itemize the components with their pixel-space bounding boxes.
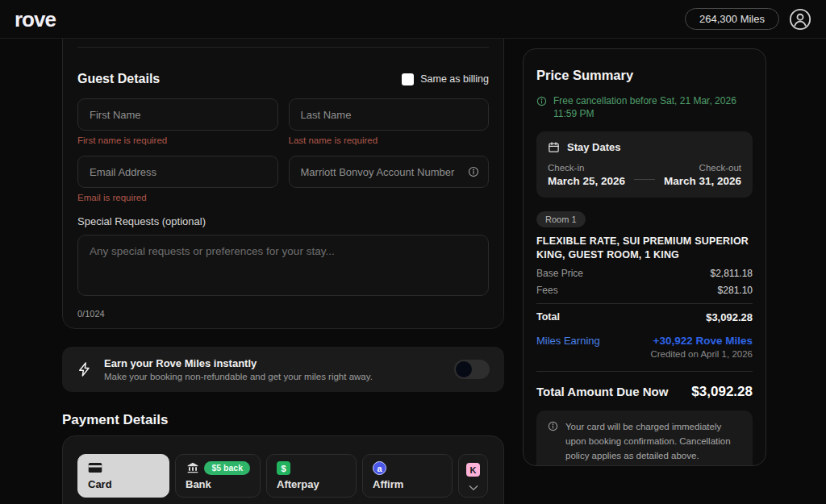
price-summary-panel: Price Summary Free cancellation before S… (523, 48, 766, 466)
miles-earning-label: Miles Earning (536, 335, 600, 347)
char-counter: 0/1024 (77, 309, 489, 319)
affirm-icon: a (373, 461, 386, 475)
fees-value: $281.10 (718, 285, 753, 296)
panel-divider (536, 371, 753, 372)
room-badge: Room 1 (536, 211, 586, 227)
payment-tab-label: Bank (186, 478, 250, 490)
checkout-page: rove 264,300 Miles Guest Details Same as… (0, 0, 826, 504)
last-name-input[interactable] (289, 98, 490, 131)
first-name-error: First name is required (77, 135, 278, 145)
profile-icon[interactable] (789, 8, 811, 31)
info-icon (536, 96, 547, 106)
instant-miles-subtitle: Make your booking non-refundable and get… (104, 372, 373, 381)
calendar-icon (548, 141, 560, 153)
instant-miles-toggle[interactable] (454, 360, 490, 379)
base-price-row: Base Price $2,811.18 (536, 268, 753, 279)
checkout-date: March 31, 2026 (664, 175, 741, 187)
stay-dates-title: Stay Dates (567, 141, 620, 153)
klarna-icon: K (466, 463, 480, 477)
payment-tab-label: Affirm (373, 478, 442, 490)
dates-dash (634, 179, 655, 180)
guest-details-card: Guest Details Same as billing First name… (62, 24, 504, 329)
base-price-value: $2,811.18 (711, 268, 753, 279)
credit-card-icon (88, 461, 102, 474)
room-total-row: Total $3,092.28 (536, 303, 753, 323)
room-name: FLEXIBLE RATE, SUI PREMIUM SUPERIOR KING… (536, 235, 753, 262)
base-price-label: Base Price (536, 268, 583, 279)
charge-notice-card: Your card will be charged immediately up… (536, 410, 753, 466)
instant-miles-title: Earn your Rove Miles instantly (104, 357, 373, 369)
special-requests-label: Special Requests (optional) (77, 215, 489, 227)
miles-balance-button[interactable]: 264,300 Miles (685, 8, 779, 30)
bank-icon (186, 461, 200, 474)
cashback-badge: $5 back (204, 461, 250, 475)
checkout-label: Check-out (664, 163, 741, 173)
chevron-down-icon (468, 481, 479, 489)
afterpay-icon: $ (277, 461, 290, 475)
toggle-knob (456, 361, 472, 377)
payment-method-tabs: Card $5 back Bank $ Afterpay a Affirm (77, 454, 489, 498)
first-name-input[interactable] (77, 98, 278, 131)
stay-dates-card: Stay Dates Check-in March 25, 2026 Check… (536, 131, 753, 198)
info-icon (548, 421, 558, 431)
fees-row: Fees $281.10 (536, 285, 753, 296)
rove-logo[interactable]: rove (15, 9, 56, 30)
checkin-label: Check-in (548, 163, 625, 173)
bonvoy-account-input[interactable] (289, 156, 490, 188)
payment-details-title: Payment Details (62, 412, 168, 428)
free-cancellation-text: Free cancellation before Sat, 21 Mar, 20… (553, 95, 753, 120)
guest-details-title: Guest Details (77, 72, 160, 86)
payment-card: Card $5 back Bank $ Afterpay a Affirm (62, 435, 504, 504)
miles-credit-note: Credited on April 1, 2026 (650, 349, 753, 359)
payment-tab-label: Afterpay (277, 478, 346, 490)
miles-earning-value: +30,922 Rove Miles (650, 335, 753, 347)
same-as-billing-label: Same as billing (420, 73, 489, 85)
total-value: $3,092.28 (706, 311, 753, 323)
amount-due-label: Total Amount Due Now (536, 385, 668, 398)
section-divider (77, 47, 489, 48)
payment-tab-klarna-more[interactable]: K (458, 454, 488, 498)
special-requests-textarea[interactable] (77, 235, 489, 296)
miles-earning-row: Miles Earning +30,922 Rove Miles Credite… (536, 335, 753, 359)
bonvoy-info-icon[interactable] (468, 166, 479, 177)
email-input[interactable] (77, 156, 278, 188)
fees-label: Fees (536, 285, 558, 296)
instant-miles-banner: Earn your Rove Miles instantly Make your… (62, 347, 504, 392)
payment-tab-affirm[interactable]: a Affirm (362, 454, 453, 498)
email-error: Email is required (77, 193, 278, 202)
checkin-date: March 25, 2026 (548, 175, 625, 187)
payment-tab-card[interactable]: Card (77, 454, 169, 498)
amount-due-row: Total Amount Due Now $3,092.28 (536, 384, 753, 400)
charge-notice-text: Your card will be charged immediately up… (565, 420, 741, 463)
payment-tab-afterpay[interactable]: $ Afterpay (266, 454, 357, 498)
price-summary-title: Price Summary (536, 68, 753, 83)
payment-tab-bank[interactable]: $5 back Bank (175, 454, 261, 498)
payment-tab-label: Card (88, 478, 159, 490)
free-cancellation-row: Free cancellation before Sat, 21 Mar, 20… (536, 95, 753, 120)
total-label: Total (536, 311, 560, 323)
checkbox-box[interactable] (402, 73, 414, 85)
top-header: rove 264,300 Miles (0, 0, 826, 39)
last-name-error: Last name is required (289, 135, 490, 145)
amount-due-value: $3,092.28 (691, 384, 753, 400)
lightning-icon (77, 361, 93, 377)
same-as-billing-checkbox[interactable]: Same as billing (402, 73, 489, 85)
